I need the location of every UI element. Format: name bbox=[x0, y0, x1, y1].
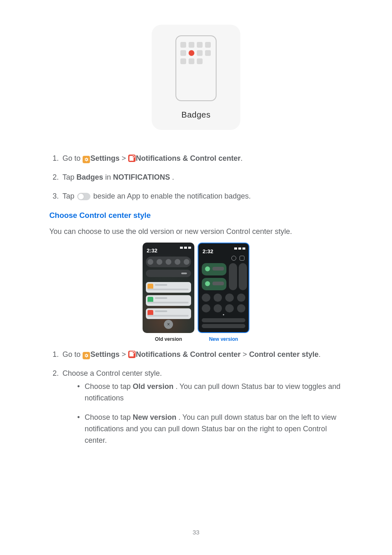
step-2: Choose a Control center style. Choose to… bbox=[61, 368, 343, 446]
slider-tile bbox=[239, 263, 247, 290]
figure-badges: Badges bbox=[49, 25, 343, 130]
bar-tile bbox=[202, 318, 245, 322]
figure-badges-card: Badges bbox=[152, 25, 240, 130]
choice-old-version: Choose to tap Old version . You can pull… bbox=[85, 381, 343, 404]
notifications-control-center-label: Notifications & Control center bbox=[136, 350, 241, 358]
step-1: Go to Settings > Notifications & Control… bbox=[61, 153, 343, 164]
phone-outline bbox=[175, 35, 217, 101]
quick-toggle-row bbox=[146, 257, 191, 267]
settings-label: Settings bbox=[90, 350, 120, 358]
circle-row bbox=[202, 294, 245, 302]
figure-control-center-styles: 2:32 × Old version 2:32 New version bbox=[49, 243, 343, 343]
notifications-section-label: NOTIFICATIONS bbox=[113, 173, 170, 181]
status-bar-icons bbox=[180, 247, 191, 249]
toggle-icon bbox=[77, 193, 90, 200]
screenshot-new-version: 2:32 bbox=[198, 243, 249, 333]
figure-badges-caption: Badges bbox=[182, 109, 211, 121]
style-choices: Choose to tap Old version . You can pull… bbox=[62, 381, 343, 446]
settings-icon bbox=[83, 156, 90, 163]
caption-old-version: Old version bbox=[155, 335, 182, 343]
settings-icon bbox=[83, 352, 90, 359]
notification-card bbox=[146, 308, 191, 319]
badge-dot-icon bbox=[189, 50, 194, 56]
control-center-style-label: Control center style bbox=[249, 350, 318, 358]
figure-old-version: 2:32 × Old version bbox=[143, 243, 194, 343]
control-tile bbox=[202, 263, 226, 275]
badges-label: Badges bbox=[76, 173, 103, 181]
new-version-label: New version bbox=[133, 413, 176, 421]
homescreen-icon-grid bbox=[180, 42, 212, 64]
status-bar-icons bbox=[234, 247, 245, 250]
notification-card bbox=[146, 282, 191, 293]
notifications-control-center-label: Notifications & Control center bbox=[136, 154, 241, 162]
heading-choose-control-center-style: Choose Control center style bbox=[49, 210, 343, 222]
page-number: 33 bbox=[0, 527, 392, 537]
step-3: Tap beside an App to enable the notifica… bbox=[61, 191, 343, 202]
gear-icon bbox=[231, 256, 236, 261]
choice-new-version: Choose to tap New version . You can pull… bbox=[85, 412, 343, 446]
circle-row bbox=[202, 304, 245, 312]
clock-text: 2:32 bbox=[203, 247, 213, 256]
intro-paragraph: You can choose to use the old version or… bbox=[49, 226, 343, 238]
screenshot-old-version: 2:32 × bbox=[143, 243, 194, 333]
control-tile bbox=[202, 278, 226, 290]
old-version-label: Old version bbox=[133, 382, 173, 391]
steps-control-center-style: Go to Settings > Notifications & Control… bbox=[49, 349, 343, 446]
notification-card bbox=[146, 295, 191, 306]
settings-label: Settings bbox=[90, 154, 120, 162]
notifications-icon bbox=[128, 155, 136, 162]
clock-text: 2:32 bbox=[147, 247, 157, 255]
notifications-icon bbox=[128, 351, 136, 358]
bar-tile bbox=[202, 324, 245, 328]
pager-dot-icon bbox=[223, 314, 224, 315]
steps-badges: Go to Settings > Notifications & Control… bbox=[49, 153, 343, 202]
slider-tile bbox=[229, 263, 237, 290]
header-action-icons bbox=[231, 256, 244, 261]
step-2: Tap Badges in NOTIFICATIONS . bbox=[61, 172, 343, 183]
close-icon: × bbox=[164, 320, 173, 329]
edit-icon bbox=[240, 256, 244, 261]
brightness-slider bbox=[146, 270, 191, 277]
figure-new-version: 2:32 New version bbox=[198, 243, 249, 343]
caption-new-version: New version bbox=[209, 335, 238, 343]
step-1: Go to Settings > Notifications & Control… bbox=[61, 349, 343, 361]
